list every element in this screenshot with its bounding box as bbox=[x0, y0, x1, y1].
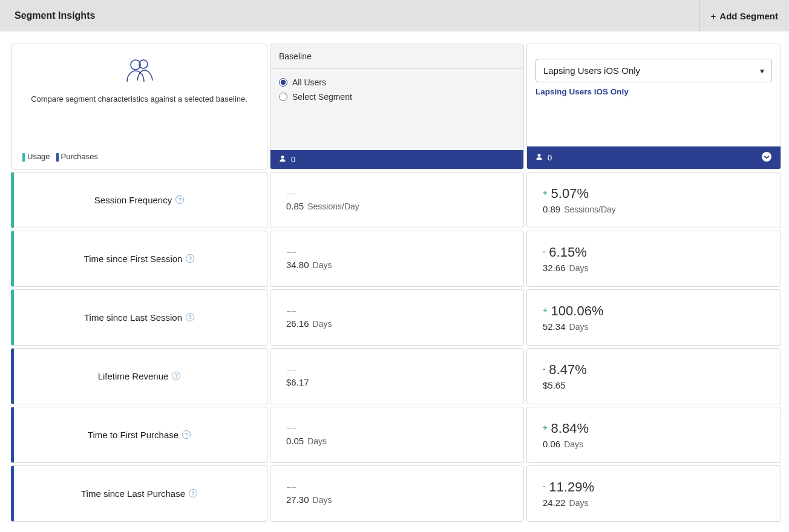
up-indicator-icon: + bbox=[543, 306, 548, 315]
baseline-header: Baseline bbox=[270, 44, 523, 69]
users-icon bbox=[22, 57, 256, 86]
segment-count: 0 bbox=[548, 153, 552, 162]
baseline-option-all-label: All Users bbox=[292, 77, 326, 87]
baseline-radio-select[interactable] bbox=[279, 93, 287, 101]
up-indicator-icon: + bbox=[543, 423, 548, 432]
help-icon[interactable]: ? bbox=[186, 254, 194, 263]
intro-card: Compare segment characteristics against … bbox=[11, 44, 267, 169]
baseline-value-line: 34.80Days bbox=[286, 260, 508, 270]
metric-baseline-cell: −−0.05Days bbox=[270, 407, 524, 463]
metric-segment-cell: -8.47%$5.65 bbox=[526, 348, 781, 404]
plus-icon: + bbox=[711, 11, 716, 21]
baseline-delta: −− bbox=[286, 424, 508, 433]
baseline-delta: −− bbox=[286, 306, 508, 316]
metric-segment-cell: -11.29%24.22Days bbox=[526, 465, 781, 522]
baseline-option-select[interactable]: Select Segment bbox=[279, 90, 515, 104]
segment-select-value: Lapsing Users iOS Only bbox=[543, 65, 640, 76]
segment-footer: 0 bbox=[527, 146, 781, 169]
baseline-card: Baseline All Users Select Segment 0 bbox=[270, 44, 524, 169]
page-header: Segment Insights + Add Segment bbox=[0, 0, 789, 31]
baseline-delta: −− bbox=[286, 482, 508, 492]
help-icon[interactable]: ? bbox=[172, 372, 180, 380]
metric-baseline-cell: −−$6.17 bbox=[270, 348, 524, 404]
metric-label: Lifetime Revenue? bbox=[98, 371, 181, 381]
metric-label: Time since First Session? bbox=[84, 254, 195, 264]
metric-label: Time since Last Purchase? bbox=[81, 488, 197, 499]
down-indicator-icon: - bbox=[543, 364, 545, 373]
metric-baseline-cell: −−26.16Days bbox=[270, 289, 524, 346]
metric-label: Time since Last Session? bbox=[84, 312, 194, 323]
legend-usage: Usage bbox=[22, 152, 50, 162]
help-icon[interactable]: ? bbox=[175, 195, 184, 204]
metric-label-cell: Lifetime Revenue? bbox=[11, 348, 267, 404]
help-icon[interactable]: ? bbox=[186, 313, 194, 321]
user-icon bbox=[535, 153, 543, 162]
baseline-delta: −− bbox=[286, 248, 508, 257]
metric-baseline-cell: −−34.80Days bbox=[270, 231, 524, 287]
segment-value-line: 24.22Days bbox=[543, 498, 765, 508]
metric-segment-cell: +5.07%0.89Sessions/Day bbox=[526, 172, 781, 228]
page-title: Segment Insights bbox=[15, 10, 95, 21]
segment-delta: +5.07% bbox=[543, 186, 765, 202]
chevron-down-circle-icon[interactable] bbox=[761, 151, 772, 164]
baseline-count: 0 bbox=[291, 155, 295, 164]
metric-label-cell: Time since Last Purchase? bbox=[11, 465, 267, 522]
baseline-value-line: 27.30Days bbox=[286, 494, 508, 505]
segment-name[interactable]: Lapsing Users iOS Only bbox=[535, 87, 772, 96]
svg-point-2 bbox=[762, 152, 771, 162]
baseline-value-line: 26.16Days bbox=[286, 318, 508, 329]
metric-segment-cell: -6.15%32.66Days bbox=[526, 231, 781, 287]
segment-value-line: 0.89Sessions/Day bbox=[543, 204, 765, 214]
add-segment-label: Add Segment bbox=[719, 11, 778, 21]
metric-label: Session Frequency? bbox=[94, 195, 184, 205]
baseline-radio-group: All Users Select Segment bbox=[270, 69, 523, 150]
baseline-option-select-label: Select Segment bbox=[292, 92, 352, 102]
segment-card: Lapsing Users iOS Only Lapsing Users iOS… bbox=[526, 44, 781, 169]
segment-value-line: 52.34Days bbox=[543, 321, 765, 332]
metric-label: Time to First Purchase? bbox=[88, 430, 191, 440]
segment-value-line: 32.66Days bbox=[543, 263, 765, 273]
baseline-delta: −− bbox=[286, 189, 508, 199]
baseline-option-all[interactable]: All Users bbox=[279, 75, 515, 90]
intro-text: Compare segment characteristics against … bbox=[22, 94, 256, 103]
baseline-value-line: 0.05Days bbox=[286, 436, 508, 446]
baseline-footer: 0 bbox=[270, 150, 523, 169]
metric-label-cell: Time to First Purchase? bbox=[11, 407, 267, 463]
segment-select[interactable]: Lapsing Users iOS Only bbox=[535, 59, 772, 82]
legend-purchases: Purchases bbox=[56, 152, 98, 162]
metric-baseline-cell: −−0.85Sessions/Day bbox=[270, 172, 524, 228]
baseline-delta: −− bbox=[286, 365, 508, 375]
user-icon bbox=[279, 155, 286, 164]
baseline-radio-all[interactable] bbox=[279, 78, 287, 87]
segment-delta: -11.29% bbox=[543, 479, 765, 495]
down-indicator-icon: - bbox=[543, 482, 545, 491]
baseline-value-line: 0.85Sessions/Day bbox=[286, 201, 508, 211]
segment-delta: +8.84% bbox=[543, 421, 765, 436]
down-indicator-icon: - bbox=[543, 247, 545, 256]
up-indicator-icon: + bbox=[543, 188, 548, 197]
segment-value-line: $5.65 bbox=[543, 380, 765, 390]
help-icon[interactable]: ? bbox=[182, 430, 191, 439]
metric-segment-cell: +100.06%52.34Days bbox=[526, 289, 781, 346]
metric-segment-cell: +8.84%0.06Days bbox=[526, 407, 781, 463]
help-icon[interactable]: ? bbox=[189, 489, 197, 498]
segment-delta: +100.06% bbox=[543, 303, 765, 319]
segment-delta: -6.15% bbox=[543, 245, 765, 260]
add-segment-button[interactable]: + Add Segment bbox=[699, 0, 789, 31]
metric-baseline-cell: −−27.30Days bbox=[270, 465, 524, 522]
metric-label-cell: Time since First Session? bbox=[11, 231, 267, 287]
segment-delta: -8.47% bbox=[543, 362, 765, 378]
metric-label-cell: Session Frequency? bbox=[11, 172, 267, 228]
metric-label-cell: Time since Last Session? bbox=[11, 289, 267, 346]
segment-value-line: 0.06Days bbox=[543, 439, 765, 449]
legend: Usage Purchases bbox=[22, 146, 256, 169]
baseline-value-line: $6.17 bbox=[286, 377, 508, 387]
